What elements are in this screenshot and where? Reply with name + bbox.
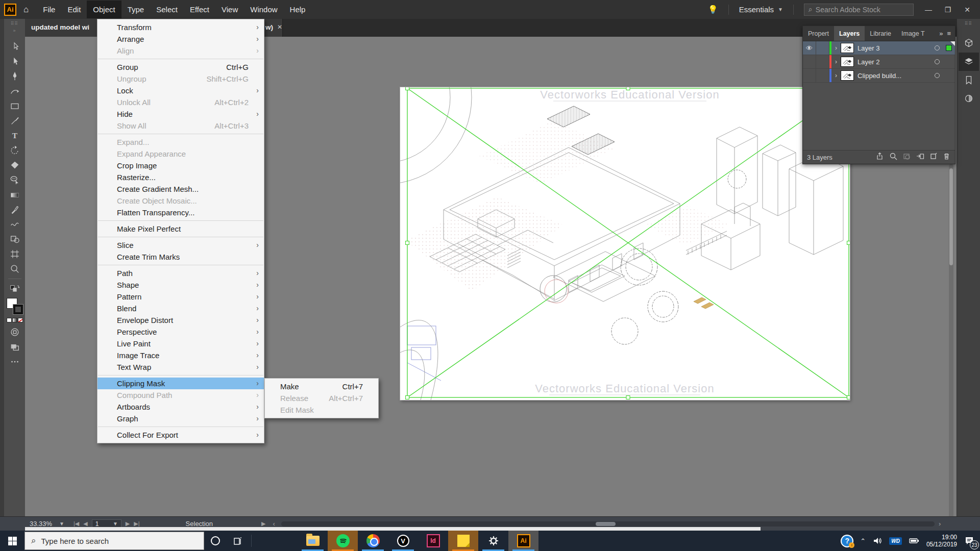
wd-utility-icon[interactable]: WD — [889, 537, 902, 545]
make-mask-icon[interactable] — [902, 152, 911, 162]
visibility-eye-icon[interactable] — [803, 69, 816, 82]
layer-thumbnail[interactable] — [841, 57, 854, 67]
layer-thumbnail[interactable] — [841, 70, 854, 81]
prev-artboard-icon[interactable]: ◀ — [83, 520, 87, 527]
menu-item-slice[interactable]: Slice› — [97, 239, 264, 251]
menu-item-edit-mask[interactable]: Edit Mask — [265, 404, 378, 416]
new-layer-icon[interactable] — [929, 152, 938, 162]
libraries-panel-icon[interactable] — [959, 71, 979, 89]
delete-icon[interactable] — [942, 152, 951, 162]
lock-column[interactable] — [816, 55, 829, 68]
color-controls[interactable] — [7, 318, 23, 322]
menubar-item-type[interactable]: Type — [121, 1, 151, 18]
panel-grip[interactable]: ⠿⠿ — [4, 19, 25, 26]
last-artboard-icon[interactable]: ▶| — [134, 520, 139, 527]
taskbar-search[interactable]: ⌕ Type here to search — [24, 532, 204, 550]
hidden-icons-chevron[interactable]: ⌃ — [860, 537, 866, 545]
menu-item-crop-image[interactable]: Crop Image — [97, 160, 264, 171]
panel-tab-layers[interactable]: Layers — [834, 26, 865, 41]
restore-button[interactable]: ❐ — [938, 2, 958, 17]
collect-export-icon[interactable] — [876, 152, 885, 162]
visibility-eye-icon[interactable] — [803, 55, 816, 68]
layer-row-layer-3[interactable]: 👁›Layer 3 — [803, 41, 955, 55]
menu-item-flatten-transparency[interactable]: Flatten Transparency... — [97, 207, 264, 218]
menu-item-unlock-all[interactable]: Unlock AllAlt+Ctrl+2 — [97, 96, 264, 108]
selection-tool[interactable] — [8, 54, 22, 69]
expand-chevron-icon[interactable]: › — [831, 72, 841, 79]
swap-fill-stroke[interactable] — [8, 282, 22, 296]
tab-close-icon[interactable]: ✕ — [277, 23, 282, 31]
menu-item-path[interactable]: Path› — [97, 267, 264, 279]
target-circle-icon[interactable] — [935, 59, 940, 64]
new-sublayer-icon[interactable] — [916, 152, 924, 162]
notification-center-button[interactable]: 23 — [964, 535, 975, 546]
menu-item-release[interactable]: ReleaseAlt+Ctrl+7 — [265, 392, 378, 404]
properties-panel-icon[interactable] — [959, 34, 979, 53]
rotate-tool[interactable] — [8, 143, 22, 158]
type-tool[interactable]: T — [8, 128, 22, 143]
pen-tool[interactable] — [8, 69, 22, 84]
menu-item-transform[interactable]: Transform› — [97, 21, 264, 33]
panel-tab-librarie[interactable]: Librarie — [865, 26, 896, 41]
taskbar-app-vectorworks[interactable]: V — [388, 531, 418, 551]
workspace-switcher[interactable]: Essentials ▼ — [739, 5, 783, 14]
discover-lightbulb-icon[interactable]: 💡 — [708, 5, 718, 14]
stroke-swatch[interactable] — [13, 305, 23, 314]
expand-chevron-icon[interactable]: › — [831, 44, 841, 52]
menu-item-arrange[interactable]: Arrange› — [97, 33, 264, 45]
status-expand-icon[interactable]: ▶ — [261, 520, 265, 527]
menu-item-graph[interactable]: Graph› — [97, 413, 264, 424]
color-button[interactable] — [7, 318, 12, 322]
menubar-item-edit[interactable]: Edit — [61, 1, 87, 18]
target-circle-icon[interactable] — [935, 73, 940, 78]
paintbrush-tool[interactable] — [8, 113, 22, 128]
menu-item-envelope-distort[interactable]: Envelope Distort› — [97, 314, 264, 326]
gradient-panel-icon[interactable] — [959, 89, 979, 108]
curvature-tool[interactable] — [8, 84, 22, 98]
menubar-item-object[interactable]: Object — [87, 1, 121, 18]
menu-item-live-paint[interactable]: Live Paint› — [97, 338, 264, 349]
taskbar-app-settings[interactable] — [478, 531, 508, 551]
eraser-tool[interactable] — [8, 158, 22, 172]
menubar-item-window[interactable]: Window — [244, 1, 283, 18]
direct-selection-tool[interactable] — [8, 39, 22, 54]
menu-item-make[interactable]: MakeCtrl+7 — [265, 381, 378, 392]
layer-name[interactable]: Layer 2 — [857, 58, 935, 66]
panel-tab-image-t[interactable]: Image T — [896, 26, 930, 41]
first-artboard-icon[interactable]: |◀ — [74, 520, 79, 527]
taskbar-app-spotify[interactable] — [328, 531, 358, 551]
minimize-button[interactable]: — — [919, 2, 938, 17]
zoom-level-dropdown[interactable]: 33.33% ▼ — [30, 520, 64, 528]
screen-mode-tool[interactable] — [8, 339, 22, 354]
shape-builder-tool[interactable] — [8, 232, 22, 246]
menu-item-shape[interactable]: Shape› — [97, 279, 264, 291]
menubar-item-help[interactable]: Help — [284, 1, 312, 18]
menu-item-ungroup[interactable]: UngroupShift+Ctrl+G — [97, 73, 264, 85]
taskbar-app-chrome[interactable] — [358, 531, 388, 551]
collapse-panel-icon[interactable]: » — [4, 26, 25, 33]
menu-item-make-pixel-perfect[interactable]: Make Pixel Perfect — [97, 223, 264, 235]
menu-item-collect-for-export[interactable]: Collect For Export› — [97, 429, 264, 441]
menu-item-hide[interactable]: Hide› — [97, 108, 264, 120]
close-button[interactable]: ✕ — [958, 2, 977, 17]
expand-panels-icon[interactable]: » — [939, 30, 943, 37]
lock-column[interactable] — [816, 69, 829, 82]
menubar-item-effect[interactable]: Effect — [184, 1, 215, 18]
adobe-stock-search[interactable]: ⌕ Search Adobe Stock — [804, 4, 914, 16]
menu-item-rasterize[interactable]: Rasterize... — [97, 171, 264, 183]
eyedropper-tool[interactable] — [8, 202, 22, 217]
menu-item-perspective[interactable]: Perspective› — [97, 326, 264, 338]
next-artboard-icon[interactable]: ▶ — [126, 520, 130, 527]
scroll-left-icon[interactable]: ‹ — [273, 520, 275, 528]
none-button[interactable] — [18, 318, 23, 322]
taskbar-app-illustrator[interactable]: Ai — [508, 531, 538, 551]
shaper-tool[interactable] — [8, 172, 22, 187]
menubar-item-select[interactable]: Select — [150, 1, 184, 18]
menu-item-create-gradient-mesh[interactable]: Create Gradient Mesh... — [97, 183, 264, 195]
menu-item-expand-appearance[interactable]: Expand Appearance — [97, 148, 264, 160]
taskbar-app-file-explorer[interactable] — [298, 531, 328, 551]
menu-item-blend[interactable]: Blend› — [97, 303, 264, 314]
menu-item-clipping-mask[interactable]: Clipping Mask› — [97, 378, 264, 389]
menubar-item-view[interactable]: View — [215, 1, 244, 18]
layer-name[interactable]: Layer 3 — [857, 44, 935, 52]
